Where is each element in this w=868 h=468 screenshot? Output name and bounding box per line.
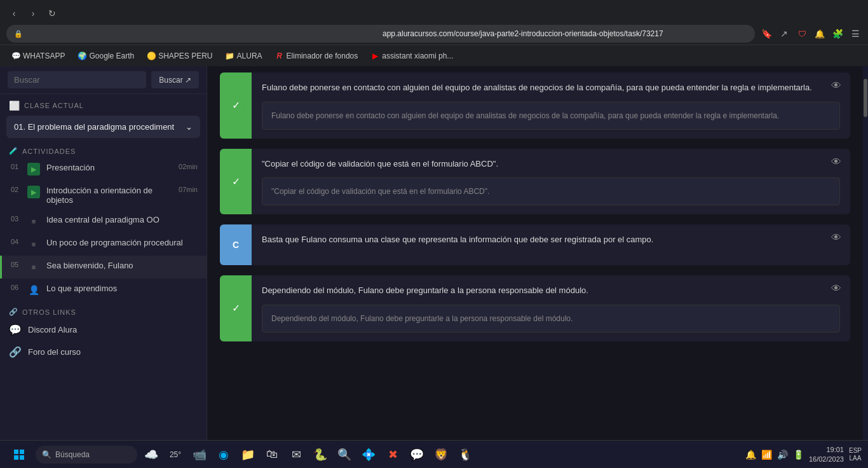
taskbar-weather-icon[interactable]: ☁️: [141, 444, 161, 465]
taskbar-notifications-icon[interactable]: 🔔: [745, 450, 756, 460]
bookmark-alura[interactable]: 📁 ALURA: [220, 50, 268, 62]
activity-text-3: Idea central del paradigma OO: [46, 215, 198, 224]
activity-item-3[interactable]: 03 ≡ Idea central del paradigma OO: [0, 210, 207, 233]
bookmark-whatsapp-label: WHATSAPP: [23, 52, 65, 60]
bookmark-assistant-label: assistant xiaomi ph...: [382, 52, 453, 60]
taskbar-brave-icon[interactable]: 🦁: [431, 444, 451, 465]
extension-icon1[interactable]: 🛡: [796, 27, 808, 40]
scrollbar-track[interactable]: [863, 66, 868, 440]
sidebar-toggle-icon[interactable]: ☰: [849, 27, 862, 40]
bookmark-eliminador[interactable]: R Eliminador de fondos: [270, 50, 363, 62]
bookmark-assistant[interactable]: ▶ assistant xiaomi ph...: [365, 50, 458, 62]
question-3-text: Basta que Fulano consuma una clase que r…: [262, 233, 840, 246]
search-area: Buscar ↗: [0, 66, 207, 94]
question-block-1: ✓ 👁 Fulano debe ponerse en contacto con …: [220, 72, 850, 139]
taskbar-search[interactable]: 🔍 Búsqueda: [36, 446, 137, 464]
question-1-text: Fulano debe ponerse en contacto con algu…: [262, 81, 840, 94]
taskbar-right: 🔔 📶 🔊 🔋 19:01 16/02/2023 ESPLAA: [745, 445, 862, 464]
video-icon-1: ▶: [27, 163, 40, 176]
taskbar-lang: ESPLAA: [849, 447, 862, 462]
eye-icon-4[interactable]: 👁: [831, 283, 841, 294]
foro-link[interactable]: 🔗 Foro del curso: [0, 341, 207, 363]
activity-item-6[interactable]: 06 👤 Lo que aprendimos: [0, 279, 207, 301]
taskbar-battery-icon: 🔋: [793, 450, 804, 460]
current-class-item[interactable]: 01. El problema del paradigma procedimen…: [6, 116, 200, 138]
discord-link[interactable]: 💬 Discord Alura: [0, 319, 207, 341]
extension-icon2[interactable]: 🔔: [813, 27, 826, 40]
time-display[interactable]: 19:01 16/02/2023: [809, 445, 844, 464]
clase-actual-icon: ⬜: [9, 100, 20, 111]
assistant-icon: ▶: [370, 52, 379, 60]
taskbar-explorer-icon[interactable]: 📁: [238, 444, 258, 465]
check-icon-2: ✓: [226, 171, 246, 191]
nav-buttons: ‹ › ↻: [6, 6, 60, 21]
activity-text-4: Un poco de programación procedural: [46, 238, 198, 247]
question-2-answer: "Copiar el código de validación que está…: [262, 177, 840, 205]
eye-icon-3[interactable]: 👁: [831, 232, 841, 244]
taskbar-mail-icon[interactable]: ✉: [286, 444, 306, 465]
browser-icons: 🔖 ↗ 🛡 🔔 🧩 ☰: [760, 27, 862, 40]
list-icon-5: ≡: [27, 261, 40, 273]
bookmark-shapes-peru[interactable]: 🟡 SHAPES PERU: [142, 50, 217, 62]
taskbar-whatsapp-icon[interactable]: 💬: [407, 444, 427, 465]
taskbar-center: ☁️ 25° 📹 ◉ 📁 🛍 ✉ 🐍 🔍 💠 ✖ 💬 🦁 🐧: [141, 444, 742, 465]
eye-icon-2[interactable]: 👁: [831, 156, 841, 168]
question-block-4: ✓ 👁 Dependiendo del módulo, Fulano debe …: [220, 275, 850, 341]
taskbar-edge-icon[interactable]: ◉: [214, 444, 234, 465]
search-button[interactable]: Buscar ↗: [151, 71, 199, 88]
bookmark-shapes-peru-label: SHAPES PERU: [158, 52, 212, 60]
bookmark-eliminador-label: Eliminador de fondos: [287, 52, 358, 60]
activity-item-2[interactable]: 02 ▶ Introducción a orientación de objet…: [0, 181, 207, 210]
video-icon-2: ▶: [27, 186, 40, 198]
check-icon-1: ✓: [226, 95, 246, 116]
search-input[interactable]: [8, 71, 146, 88]
question-3-body: 👁 Basta que Fulano consuma una clase que…: [252, 224, 850, 265]
forward-button[interactable]: ›: [25, 6, 41, 21]
activity-item-5[interactable]: 05 ≡ Sea bienvenido, Fulano: [0, 256, 207, 279]
share-icon[interactable]: ↗: [778, 27, 790, 40]
taskbar-vscode-icon[interactable]: 💠: [358, 444, 379, 465]
question-2-text: "Copiar el código de validación que está…: [262, 158, 840, 170]
content-area: ✓ 👁 Fulano debe ponerse en contacto con …: [207, 66, 863, 440]
browser-chrome: ‹ › ↻ 🔒 app.aluracursos.com/course/java-…: [0, 0, 868, 45]
bookmark-alura-label: ALURA: [237, 52, 262, 60]
puzzle-icon[interactable]: 🧩: [831, 27, 844, 40]
eliminador-icon: R: [275, 52, 284, 60]
taskbar-search2-icon[interactable]: 🔍: [334, 444, 355, 465]
shapes-peru-icon: 🟡: [147, 52, 156, 60]
activity-text-1: Presentación: [46, 163, 172, 172]
discord-label: Discord Alura: [28, 325, 77, 334]
list-icon-4: ≡: [27, 238, 40, 251]
bookmark-google-earth-label: Google Earth: [89, 52, 134, 60]
sidebar: Buscar ↗ ⬜ CLASE ACTUAL 01. El problema …: [0, 66, 207, 440]
refresh-button[interactable]: ↻: [44, 6, 60, 21]
c-badge-3: C: [226, 235, 246, 255]
question-2-indicator: ✓: [220, 149, 252, 215]
address-bar[interactable]: 🔒 app.aluracursos.com/course/java-parte2…: [6, 25, 755, 43]
question-4-body: 👁 Dependiendo del módulo, Fulano debe pr…: [252, 275, 850, 341]
start-button[interactable]: [6, 444, 32, 465]
address-bar-row: 🔒 app.aluracursos.com/course/java-parte2…: [0, 23, 868, 45]
taskbar-git-icon[interactable]: ✖: [383, 444, 403, 465]
scrollbar-thumb[interactable]: [864, 79, 867, 117]
browser-tabs: ‹ › ↻: [0, 0, 868, 23]
taskbar-linux-icon[interactable]: 🐧: [455, 444, 475, 465]
check-icon-4: ✓: [226, 298, 246, 319]
activity-time-1: 02min: [179, 163, 198, 170]
clase-actual-label: ⬜ CLASE ACTUAL: [0, 94, 207, 113]
bookmark-google-earth[interactable]: 🌍 Google Earth: [72, 50, 139, 62]
taskbar-store-icon[interactable]: 🛍: [262, 444, 282, 465]
bookmark-whatsapp[interactable]: 💬 WHATSAPP: [6, 50, 70, 62]
foro-icon: 🔗: [9, 346, 22, 358]
activity-item-1[interactable]: 01 ▶ Presentación 02min: [0, 158, 207, 181]
activity-text-5: Sea bienvenido, Fulano: [46, 261, 198, 270]
taskbar-python-icon[interactable]: 🐍: [310, 444, 330, 465]
current-class-text: 01. El problema del paradigma procedimen…: [14, 122, 174, 132]
activity-item-4[interactable]: 04 ≡ Un poco de programación procedural: [0, 233, 207, 256]
question-3-indicator: C: [220, 224, 252, 265]
eye-icon-1[interactable]: 👁: [831, 80, 841, 92]
back-button[interactable]: ‹: [6, 6, 22, 21]
otros-links-icon: 🔗: [9, 308, 18, 316]
bookmark-star-icon[interactable]: 🔖: [760, 27, 773, 40]
taskbar-teams-icon[interactable]: 📹: [189, 444, 210, 465]
